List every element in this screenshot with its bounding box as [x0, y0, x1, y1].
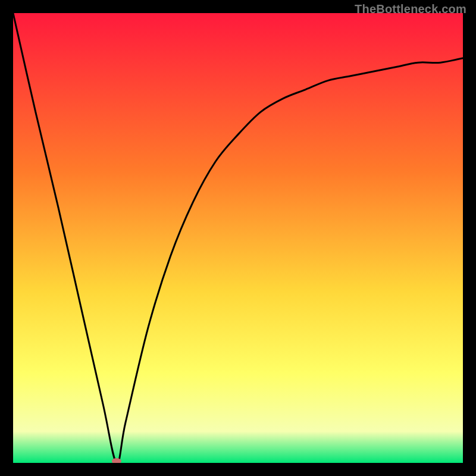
gradient-background	[13, 13, 463, 463]
watermark-text: TheBottleneck.com	[355, 2, 466, 16]
chart-frame: TheBottleneck.com	[0, 0, 476, 476]
bottleneck-plot	[13, 13, 463, 463]
